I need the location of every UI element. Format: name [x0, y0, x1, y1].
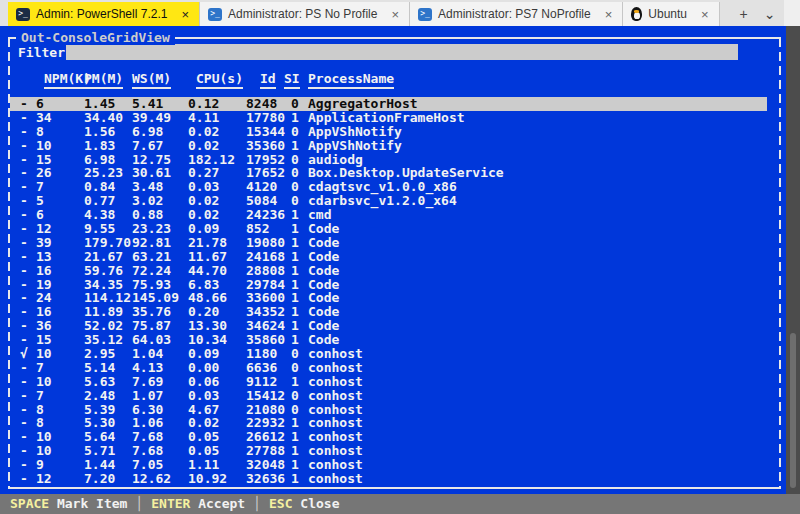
cell-mark: -	[20, 180, 28, 194]
cell-name: Code	[308, 333, 339, 347]
cell-id: 852	[246, 222, 269, 236]
table-row[interactable]: -2625.2330.610.27176520Box.Desktop.Updat…	[10, 166, 767, 180]
tab-close-icon[interactable]: ×	[603, 7, 615, 22]
new-tab-button[interactable]: +	[732, 2, 756, 26]
tab-administrator-ps-no-profile[interactable]: >_Administrator: PS No Profile×	[200, 2, 410, 26]
cell-si: 1	[291, 472, 299, 486]
cell-name: Code	[308, 291, 339, 305]
filter-input[interactable]	[66, 44, 738, 60]
cell-si: 1	[291, 305, 299, 319]
cell-si: 1	[291, 319, 299, 333]
tab-label: Administrator: PS7 NoProfile	[438, 7, 591, 21]
tab-administrator-ps7-noprofile[interactable]: >_Administrator: PS7 NoProfile×	[410, 2, 623, 26]
cell-ws: 39.49	[132, 111, 171, 125]
cell-npm: 8	[36, 403, 44, 417]
scrollbar-track[interactable]	[786, 26, 800, 494]
table-row[interactable]: -1659.7672.2444.70288081Code	[10, 264, 767, 278]
table-row[interactable]: -61.455.410.1282480AggregatorHost	[10, 97, 767, 111]
cell-si: 1	[291, 236, 299, 250]
statusbar-action: Close	[293, 496, 340, 511]
tab-admin-powershell-7-2-1[interactable]: >_Admin: PowerShell 7.2.1×	[8, 2, 200, 26]
cell-ws: 12.75	[132, 153, 171, 167]
table-row[interactable]: -3434.4039.494.11177801ApplicationFrameH…	[10, 111, 767, 125]
table-row[interactable]: -3652.0275.8713.30346241Code	[10, 319, 767, 333]
cell-mark: -	[20, 264, 28, 278]
cell-pm: 59.76	[84, 264, 123, 278]
cell-si: 0	[291, 389, 299, 403]
table-row[interactable]: √102.951.040.0911800conhost	[10, 347, 767, 361]
cell-name: audiodg	[308, 153, 363, 167]
cell-npm: 15	[36, 153, 52, 167]
table-row[interactable]: -105.637.690.0691121conhost	[10, 375, 767, 389]
tab-close-icon[interactable]: ×	[179, 7, 191, 22]
cell-id: 9112	[246, 375, 277, 389]
tab-dropdown-button[interactable]: ⌄	[756, 2, 784, 26]
cell-npm: 8	[36, 125, 44, 139]
cell-ws: 1.04	[132, 347, 163, 361]
cell-cpu: 0.03	[188, 180, 219, 194]
cell-id: 33600	[246, 291, 285, 305]
cell-id: 28808	[246, 264, 285, 278]
cell-pm: 0.84	[84, 180, 115, 194]
cell-mark: -	[20, 111, 28, 125]
table-row[interactable]: -101.837.670.02353601AppVShNotify	[10, 139, 767, 153]
cell-npm: 8	[36, 416, 44, 430]
table-row[interactable]: -105.717.680.05277881conhost	[10, 444, 767, 458]
table-row[interactable]: -72.481.070.03154120conhost	[10, 389, 767, 403]
console-area: Out-ConsoleGridView Filter NPM(K)PM(M)WS…	[0, 26, 786, 494]
cell-name: Code	[308, 222, 339, 236]
cell-si: 1	[291, 333, 299, 347]
table-row[interactable]: -105.647.680.05266121conhost	[10, 430, 767, 444]
cell-mark: -	[20, 278, 28, 292]
cell-mark: -	[20, 222, 28, 236]
cell-cpu: 0.05	[188, 444, 219, 458]
cell-ws: 145.09	[132, 291, 179, 305]
cell-mark: -	[20, 361, 28, 375]
status-bar: SPACE Mark Item│ENTER Accept│ESC Close	[0, 494, 800, 514]
table-row[interactable]: -85.301.060.02229321conhost	[10, 416, 767, 430]
table-row[interactable]: -70.843.480.0341200cdagtsvc_v1.0.0_x86	[10, 180, 767, 194]
table-row[interactable]: -127.2012.6210.92326361conhost	[10, 472, 767, 486]
cell-name: Code	[308, 250, 339, 264]
table-row[interactable]: -129.5523.230.098521Code	[10, 222, 767, 236]
table-row[interactable]: -1535.1264.0310.34358601Code	[10, 333, 767, 347]
table-row[interactable]: -91.447.051.11320481conhost	[10, 458, 767, 472]
cell-id: 34352	[246, 305, 285, 319]
table-row[interactable]: -50.773.020.0250840cdarbsvc_v1.2.0_x64	[10, 194, 767, 208]
cell-npm: 10	[36, 347, 52, 361]
cell-name: conhost	[308, 403, 363, 417]
tux-icon	[631, 7, 642, 21]
table-row[interactable]: -75.144.130.0066360conhost	[10, 361, 767, 375]
scrollbar-thumb[interactable]	[790, 333, 796, 488]
cell-ws: 4.13	[132, 361, 163, 375]
cell-pm: 34.35	[84, 278, 123, 292]
cell-ws: 75.87	[132, 319, 171, 333]
cell-cpu: 0.00	[188, 361, 219, 375]
table-row[interactable]: -39179.7092.8121.78190801Code	[10, 236, 767, 250]
cell-pm: 1.45	[84, 97, 115, 111]
tab-close-icon[interactable]: ×	[699, 7, 711, 22]
cell-id: 35360	[246, 139, 285, 153]
cell-cpu: 4.67	[188, 403, 219, 417]
table-row[interactable]: -81.566.980.02153440AppVShNotify	[10, 125, 767, 139]
cell-pm: 5.30	[84, 416, 115, 430]
minimize-button[interactable]: –	[784, 0, 800, 26]
cell-cpu: 4.11	[188, 111, 219, 125]
table-row[interactable]: -64.380.880.02242361cmd	[10, 208, 767, 222]
table-row[interactable]: -1611.8935.760.20343521Code	[10, 305, 767, 319]
cell-name: Code	[308, 236, 339, 250]
table-row[interactable]: -1321.6763.2111.67241681Code	[10, 250, 767, 264]
cell-ws: 12.62	[132, 472, 171, 486]
table-row[interactable]: -85.396.304.67210800conhost	[10, 403, 767, 417]
powershell-icon: >_	[16, 8, 30, 21]
tab-close-icon[interactable]: ×	[389, 7, 401, 22]
tab-ubuntu[interactable]: Ubuntu×	[623, 2, 719, 26]
table-row[interactable]: -1934.3575.936.83297841Code	[10, 278, 767, 292]
cell-npm: 5	[36, 194, 44, 208]
table-row[interactable]: -156.9812.75182.12179520audiodg	[10, 153, 767, 167]
table-row[interactable]: -24114.12145.0948.66336001Code	[10, 291, 767, 305]
cell-si: 1	[291, 278, 299, 292]
powershell-icon: >_	[418, 8, 432, 21]
cell-pm: 5.39	[84, 403, 115, 417]
cell-mark: -	[20, 250, 28, 264]
